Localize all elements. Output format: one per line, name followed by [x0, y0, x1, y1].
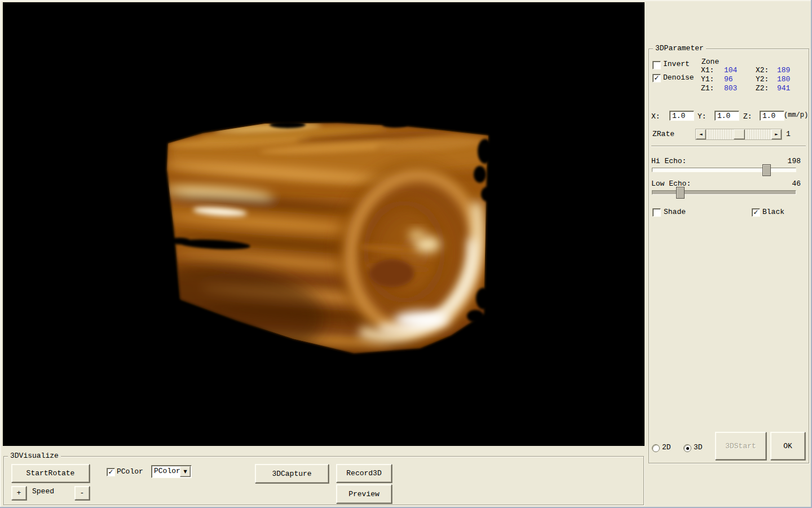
zrate-scroll-thumb[interactable] [734, 129, 745, 139]
radio-dot-icon [686, 447, 689, 450]
zone-z1-label: Z1: [701, 84, 714, 93]
low-echo-slider[interactable] [652, 187, 795, 198]
invert-checkbox[interactable] [652, 61, 661, 69]
mode-2d-radio[interactable] [652, 444, 660, 452]
zone-y1-label: Y1: [701, 75, 714, 84]
visualize-group-title: 3DVisualize [8, 452, 61, 461]
denoise-label: Denoise [663, 73, 694, 82]
mode-3d-label: 3D [694, 443, 703, 452]
checkmark-icon: ✓ [654, 75, 659, 81]
hi-echo-thumb[interactable] [762, 164, 771, 176]
zone-y2-label: Y2: [756, 75, 769, 84]
chevron-down-icon: ▼ [183, 469, 187, 474]
checkmark-icon: ✓ [108, 469, 113, 475]
pcolor-dropdown[interactable]: PColor ▼ [151, 465, 192, 478]
x-scale-label: X: [651, 112, 660, 121]
record3d-button[interactable]: Record3D [336, 464, 392, 483]
render-viewport[interactable] [3, 2, 645, 446]
zone-z2-value: 941 [777, 84, 790, 93]
pcolor-dropdown-value: PColor [154, 467, 180, 475]
mode-3d-radio[interactable] [683, 444, 691, 452]
zone-x2-value: 189 [777, 66, 790, 75]
mode-2d-label: 2D [662, 443, 671, 452]
speed-plus-button[interactable]: + [11, 486, 27, 500]
shade-checkbox[interactable] [652, 208, 661, 217]
speed-minus-button[interactable]: - [74, 486, 90, 500]
z-scale-label: Z: [743, 112, 752, 121]
zone-x1-value: 104 [724, 66, 737, 75]
volume-render-3d [3, 2, 645, 446]
zrate-scroll-left-button[interactable]: ◄ [696, 129, 706, 139]
separator [651, 146, 806, 147]
start-rotate-button[interactable]: StartRotate [11, 464, 90, 483]
scale-unit-label: (mm/p) [784, 111, 808, 119]
zrate-label: ZRate [652, 130, 674, 138]
preview-button[interactable]: Preview [336, 484, 392, 503]
denoise-checkbox[interactable]: ✓ [652, 74, 661, 82]
parameter-group-title: 3DParameter [653, 44, 706, 53]
z-scale-input[interactable] [760, 111, 784, 121]
zone-z2-label: Z2: [756, 84, 769, 93]
pcolor-dropdown-button[interactable]: ▼ [180, 466, 191, 477]
zone-z1-value: 803 [724, 84, 737, 93]
zrate-value: 1 [786, 130, 791, 138]
start3d-button[interactable]: 3DStart [715, 432, 766, 460]
capture-button[interactable]: 3DCapture [255, 464, 329, 483]
pcolor-label: PColor [117, 467, 143, 476]
pcolor-checkbox[interactable]: ✓ [107, 468, 115, 476]
shade-label: Shade [664, 208, 686, 216]
zone-y1-value: 96 [724, 75, 733, 84]
hi-echo-track[interactable] [652, 168, 796, 172]
zrate-scrollbar[interactable]: ◄ ► [695, 129, 782, 140]
black-label: Black [762, 208, 784, 216]
ok-button[interactable]: OK [770, 432, 805, 460]
x-scale-input[interactable] [669, 111, 694, 121]
zrate-scroll-right-button[interactable]: ► [771, 129, 782, 139]
hi-echo-slider[interactable] [652, 164, 795, 176]
black-checkbox[interactable]: ✓ [752, 208, 760, 217]
low-echo-track[interactable] [652, 190, 796, 195]
speed-label: Speed [32, 487, 54, 496]
zone-x1-label: X1: [701, 66, 714, 75]
scroll-right-icon: ► [775, 132, 778, 137]
zone-y2-value: 180 [777, 75, 790, 84]
y-scale-label: Y: [698, 112, 707, 121]
invert-label: Invert [663, 60, 690, 68]
zone-x2-label: X2: [756, 66, 769, 75]
y-scale-input[interactable] [714, 111, 739, 121]
checkmark-icon: ✓ [753, 209, 758, 215]
zone-title: Zone [701, 58, 719, 66]
app-window: 3DParameter Invert ✓ Denoise Zone X1: 10… [0, 0, 812, 508]
low-echo-thumb[interactable] [676, 187, 685, 199]
scroll-left-icon: ◄ [699, 132, 702, 137]
